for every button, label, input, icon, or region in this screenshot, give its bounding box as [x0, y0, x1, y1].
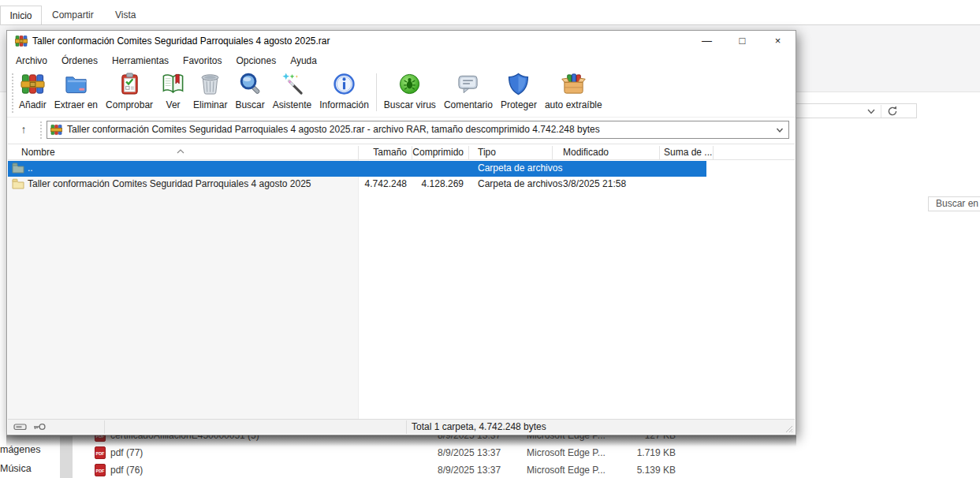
screen: Inicio Compartir Vista Buscar en Desc má… — [0, 0, 980, 478]
virus-scan-button[interactable]: Buscar virus — [380, 70, 440, 110]
column-header-nombre[interactable]: Nombre — [21, 147, 55, 158]
refresh-icon[interactable] — [886, 105, 899, 118]
file-size: 1.719 KB — [599, 447, 676, 458]
protect-shield-icon — [506, 72, 531, 99]
toolbar-label: Proteger — [501, 99, 537, 110]
toolbar-grip — [12, 73, 13, 113]
column-header-modificado[interactable]: Modificado — [563, 147, 609, 158]
toolbar-label: Buscar virus — [384, 99, 436, 110]
find-magnifier-icon — [238, 72, 263, 99]
info-icon — [332, 72, 356, 99]
file-row-pdf-76[interactable]: PDF pdf (76) 8/9/2025 13:37 Microsoft Ed… — [79, 463, 946, 478]
file-row-pdf-77[interactable]: PDF pdf (77) 8/9/2025 13:37 Microsoft Ed… — [79, 446, 946, 461]
header-separator[interactable] — [358, 146, 359, 159]
winrar-archive-icon — [50, 124, 62, 136]
pdf-icon: PDF — [95, 446, 106, 459]
column-header-comprimido[interactable]: Comprimido — [412, 147, 464, 158]
tab-inicio[interactable]: Inicio — [0, 6, 42, 25]
file-date: 8/9/2025 13:37 — [438, 465, 501, 476]
sidebar-scrollbar[interactable] — [60, 436, 73, 478]
maximize-button[interactable]: □ — [725, 31, 760, 52]
virus-scan-icon — [397, 72, 422, 99]
winrar-window: Taller conformación Comites Seguridad Pa… — [6, 30, 796, 435]
file-type: Microsoft Edge P... — [527, 447, 606, 458]
row-type: Carpeta de archivos — [478, 162, 562, 174]
toolbar-separator — [376, 73, 377, 111]
menu-favoritos[interactable]: Favoritos — [176, 52, 229, 70]
close-button[interactable]: × — [760, 31, 796, 52]
delete-button[interactable]: Eliminar — [189, 70, 231, 110]
selection-highlight — [8, 161, 706, 177]
file-date: 8/9/2025 13:37 — [438, 447, 501, 458]
statusbar-separator — [406, 420, 407, 434]
test-button[interactable]: Comprobar — [102, 70, 157, 110]
toolbar-label: Ver — [166, 99, 181, 110]
address-dropdown-chevron-icon[interactable] — [866, 106, 877, 117]
winrar-titlebar[interactable]: Taller conformación Comites Seguridad Pa… — [7, 31, 796, 52]
add-button[interactable]: Añadir — [15, 70, 50, 110]
minimize-button[interactable]: — — [689, 31, 725, 52]
delete-trash-icon — [198, 72, 222, 99]
combobox-chevron-down-icon[interactable] — [775, 125, 784, 135]
pdf-icon: PDF — [95, 464, 106, 476]
info-button[interactable]: Información — [315, 70, 373, 110]
header-separator[interactable] — [552, 146, 553, 159]
menu-ordenes[interactable]: Órdenes — [54, 52, 105, 70]
header-separator[interactable] — [713, 146, 714, 159]
header-separator[interactable] — [412, 146, 412, 159]
add-icon — [20, 72, 45, 99]
toolbar-label: Comentario — [444, 99, 493, 110]
find-button[interactable]: Buscar — [231, 70, 268, 110]
header-separator[interactable] — [659, 146, 660, 159]
row-name: .. — [28, 162, 33, 174]
row-size: 4.742.248 — [358, 178, 407, 189]
explorer-ribbon-tabs: Inicio Compartir Vista — [0, 0, 980, 24]
comment-button[interactable]: Comentario — [440, 70, 497, 110]
menu-archivo[interactable]: Archivo — [9, 52, 54, 70]
toolbar-label: Eliminar — [193, 99, 227, 110]
column-header-suma[interactable]: Suma de ... — [664, 147, 712, 158]
wizard-button[interactable]: Asistente — [269, 70, 315, 110]
resize-grip[interactable] — [785, 424, 793, 432]
column-header-tipo[interactable]: Tipo — [478, 147, 496, 158]
extract-button[interactable]: Extraer en — [50, 70, 102, 110]
row-packed: 4.128.269 — [412, 178, 464, 189]
winrar-app-icon — [15, 35, 28, 47]
sfx-box-icon — [561, 72, 586, 99]
file-name: pdf (76) — [110, 465, 143, 476]
menu-opciones[interactable]: Opciones — [229, 52, 283, 70]
view-book-icon — [161, 72, 185, 99]
view-button[interactable]: Ver — [157, 70, 189, 110]
archive-path-combobox[interactable]: Taller conformación Comites Seguridad Pa… — [47, 121, 789, 139]
menu-ayuda[interactable]: Ayuda — [283, 52, 324, 70]
toolbar-label: Asistente — [273, 99, 311, 110]
search-input[interactable]: Buscar en Desc — [928, 196, 980, 211]
toolbar-label: Comprobar — [106, 99, 153, 110]
toolbar-label: Buscar — [235, 99, 264, 110]
list-row-folder[interactable]: Taller conformación Comites Seguridad Pa… — [8, 177, 795, 192]
menu-herramientas[interactable]: Herramientas — [105, 52, 176, 70]
test-clipboard-icon — [117, 72, 142, 99]
row-modified: 3/8/2025 21:58 — [563, 178, 626, 189]
sidebar-item-imagenes[interactable]: mágenes — [0, 443, 40, 456]
tab-compartir[interactable]: Compartir — [52, 6, 94, 25]
sidebar-item-musica[interactable]: Música — [0, 462, 32, 475]
svg-text:PDF: PDF — [96, 469, 105, 473]
wizard-wand-icon — [280, 72, 304, 99]
drive-icon[interactable] — [13, 421, 28, 435]
tab-vista[interactable]: Vista — [115, 6, 136, 25]
list-row-parent-dir[interactable]: .. Carpeta de archivos — [8, 161, 795, 177]
key-icon[interactable] — [32, 421, 47, 435]
sfx-button[interactable]: auto extraíble — [541, 70, 606, 110]
archive-path-text: Taller conformación Comites Seguridad Pa… — [67, 124, 600, 135]
row-name: Taller conformación Comites Seguridad Pa… — [28, 178, 311, 189]
column-header-tamano[interactable]: Tamaño — [358, 147, 407, 158]
up-directory-button[interactable]: ↑ — [13, 121, 34, 140]
protect-button[interactable]: Proteger — [497, 70, 541, 110]
file-size: 5.139 KB — [599, 465, 676, 476]
toolbar-label: Añadir — [19, 99, 47, 110]
toolbar-label: Información — [319, 99, 369, 110]
toolbar-label: auto extraíble — [545, 99, 602, 110]
header-separator[interactable] — [468, 146, 469, 159]
folder-icon — [12, 178, 24, 189]
